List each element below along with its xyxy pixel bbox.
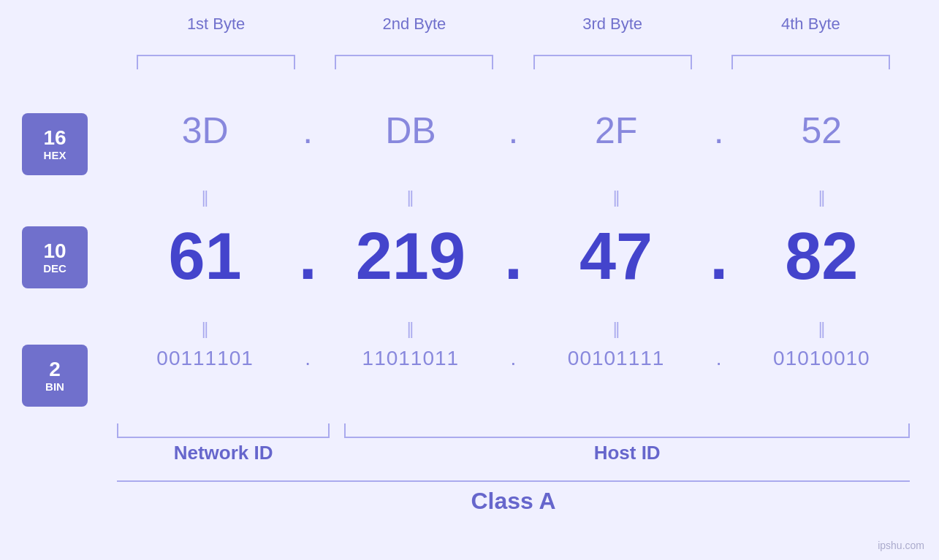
dot-hex-1: . [293, 110, 322, 152]
eq-dec-bin-4: ‖ [734, 320, 910, 339]
top-brackets [117, 55, 910, 69]
host-id-label: Host ID [344, 442, 910, 464]
hex-base-label: 16 HEX [22, 113, 88, 175]
bin-row: 00111101 . 11011011 . 00101111 . 0101001… [117, 347, 910, 370]
byte4-header: 4th Byte [712, 15, 910, 34]
dot-bin-2: . [499, 347, 528, 370]
class-label: Class A [117, 488, 910, 515]
eq-3: ‖ [528, 188, 704, 207]
bin-val-3: 00101111 [528, 347, 704, 370]
dec-val-3: 47 [528, 219, 704, 294]
bracket-1 [117, 55, 315, 69]
bottom-brackets [117, 423, 910, 438]
bin-base-label: 2 BIN [22, 345, 88, 407]
main-container: 1st Byte 2nd Byte 3rd Byte 4th Byte 16 H… [0, 0, 939, 560]
class-bracket [117, 480, 910, 482]
hex-base-text: HEX [44, 149, 66, 161]
hex-base-num: 16 [43, 127, 66, 150]
eq-4: ‖ [734, 188, 910, 207]
hex-val-2: DB [322, 110, 498, 152]
eq-dec-bin-2: ‖ [322, 320, 498, 339]
bin-val-1: 00111101 [117, 347, 293, 370]
bin-val-4: 01010010 [734, 347, 910, 370]
dot-hex-3: . [704, 110, 734, 152]
byte-headers: 1st Byte 2nd Byte 3rd Byte 4th Byte [117, 15, 910, 34]
host-id-bracket [344, 423, 910, 438]
dot-hex-2: . [499, 110, 528, 152]
eq-hex-dec-row: ‖ ‖ ‖ ‖ [117, 188, 910, 207]
dec-base-num: 10 [43, 240, 66, 263]
eq-dec-bin-1: ‖ [117, 320, 293, 339]
dec-row: 61 . 219 . 47 . 82 [117, 219, 910, 294]
dot-bin-1: . [293, 347, 322, 370]
hex-row: 3D . DB . 2F . 52 [117, 110, 910, 152]
bracket-4 [712, 55, 910, 69]
dot-bin-3: . [704, 347, 734, 370]
bin-base-num: 2 [49, 358, 61, 381]
eq-2: ‖ [322, 188, 498, 207]
eq-dec-bin-row: ‖ ‖ ‖ ‖ [117, 320, 910, 339]
bin-val-2: 11011011 [322, 347, 498, 370]
bin-base-text: BIN [45, 380, 64, 393]
byte1-header: 1st Byte [117, 15, 315, 34]
dot-dec-3: . [704, 219, 734, 294]
dec-base-text: DEC [43, 262, 66, 275]
byte2-header: 2nd Byte [315, 15, 513, 34]
id-labels: Network ID Host ID [117, 442, 910, 464]
network-id-bracket [117, 423, 330, 438]
byte3-header: 3rd Byte [514, 15, 712, 34]
eq-1: ‖ [117, 188, 293, 207]
dot-dec-2: . [499, 219, 528, 294]
bracket-3 [514, 55, 712, 69]
hex-val-3: 2F [528, 110, 704, 152]
bracket-2 [315, 55, 513, 69]
dec-val-1: 61 [117, 219, 293, 294]
class-row: Class A [117, 480, 910, 515]
watermark: ipshu.com [878, 540, 924, 551]
dec-base-label: 10 DEC [22, 226, 88, 288]
dot-dec-1: . [293, 219, 322, 294]
hex-val-1: 3D [117, 110, 293, 152]
dec-val-4: 82 [734, 219, 910, 294]
eq-dec-bin-3: ‖ [528, 320, 704, 339]
network-id-label: Network ID [117, 442, 330, 464]
hex-val-4: 52 [734, 110, 910, 152]
dec-val-2: 219 [322, 219, 498, 294]
